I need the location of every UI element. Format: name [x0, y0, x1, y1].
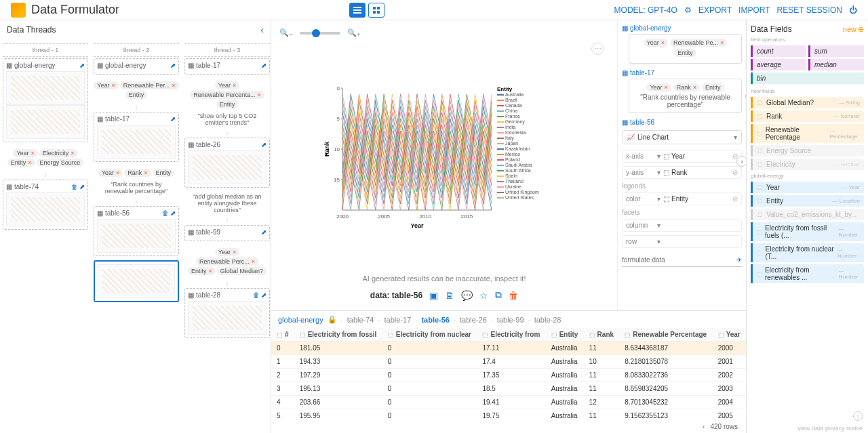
field-chip[interactable]: ⬚Energy Source	[751, 145, 864, 157]
thread-chart-thumb[interactable]	[6, 105, 85, 139]
chip-close-icon[interactable]: ×	[112, 82, 115, 89]
delete-icon[interactable]: 🗑	[253, 291, 260, 299]
table-row[interactable]: 1194.33017.4Australia108.21801350782001	[271, 355, 746, 369]
chip[interactable]: Entity	[702, 83, 724, 91]
chip[interactable]: Global Median?	[217, 267, 267, 275]
grid-view-button[interactable]	[368, 3, 384, 18]
chart-icon[interactable]: ⬈	[170, 115, 176, 123]
power-icon[interactable]: ⏻	[849, 5, 857, 15]
chip-close-icon[interactable]: ×	[661, 39, 665, 46]
delete-icon[interactable]: 🗑	[162, 209, 169, 217]
copy-icon[interactable]: ⧉	[495, 289, 502, 301]
delete-icon[interactable]: 🗑	[509, 290, 518, 301]
thread-card[interactable]: ▦table-17⬈	[94, 112, 179, 162]
mark-select[interactable]: 📈Line Chart ▾	[622, 130, 742, 144]
chart-icon[interactable]: ⬈	[170, 62, 176, 69]
table-tab[interactable]: table-56	[421, 316, 450, 324]
field-chip[interactable]: ⬚Rank— Number	[751, 110, 864, 122]
crumb-label[interactable]: ▦table-17	[622, 69, 742, 77]
table-header[interactable]: ⬚Rank	[584, 328, 620, 342]
encoding-row[interactable]: color▾⬚Entity⊘	[622, 192, 742, 205]
zoom-in-icon[interactable]: 🔍₊	[347, 28, 361, 37]
send-icon[interactable]: ✈	[736, 256, 742, 264]
table-row[interactable]: 0181.05017.11Australia118.63443681872000	[271, 342, 746, 355]
zoom-out-icon[interactable]: 🔍₋	[279, 28, 293, 37]
chip-close-icon[interactable]: ×	[257, 91, 260, 98]
chart-icon[interactable]: ⬈	[261, 291, 267, 299]
more-icon[interactable]: ⋯	[591, 43, 604, 55]
chip[interactable]: Entity	[153, 169, 175, 177]
chip[interactable]: Year×	[98, 169, 123, 177]
zoom-slider[interactable]	[300, 32, 340, 35]
export-link[interactable]: EXPORT	[698, 5, 732, 15]
chip-close-icon[interactable]: ×	[116, 169, 119, 176]
new-field-button[interactable]: new ⊕	[843, 25, 864, 34]
chip[interactable]: Entity×	[7, 159, 35, 167]
thread-card[interactable]: ▦table-99⬈	[184, 225, 270, 241]
table-header[interactable]: ⬚Renewable Percentage	[619, 328, 712, 342]
gear-icon[interactable]: ⚙	[684, 5, 692, 15]
reset-session-link[interactable]: RESET SESSION	[777, 5, 842, 15]
table-row[interactable]: 4203.66019.41Australia128.70130452322004	[271, 396, 746, 409]
prev-page-icon[interactable]: ‹	[703, 423, 705, 430]
chart-icon[interactable]: ⬈	[261, 62, 267, 69]
chip[interactable]: Renewable Per...×	[120, 81, 179, 89]
field-chip[interactable]: ⬚Electricity from nuclear (T...— Number	[751, 243, 864, 262]
table-tab[interactable]: table-99	[497, 316, 524, 324]
chip-close-icon[interactable]: ×	[144, 169, 147, 176]
chip[interactable]: Year×	[215, 248, 239, 256]
chip-close-icon[interactable]: ×	[172, 82, 175, 89]
info-icon[interactable]: i	[853, 411, 863, 421]
field-chip[interactable]: ⬚Value_co2_emissions_kt_by...	[751, 209, 864, 220]
field-chip[interactable]: ⬚Renewable Percentage— Percentage	[751, 124, 864, 143]
chart-icon[interactable]: ⬈	[261, 141, 267, 148]
thread-chart-thumb[interactable]	[188, 301, 267, 335]
encoding-row[interactable]: y-axis▾⬚Rank⊘	[622, 166, 742, 179]
chip-close-icon[interactable]: ×	[209, 268, 212, 274]
table-tab[interactable]: table-74	[347, 316, 374, 324]
thread-card[interactable]: ▦table-26⬈	[184, 138, 270, 188]
chip-close-icon[interactable]: ×	[233, 82, 236, 89]
table-header[interactable]: ⬚Entity	[546, 328, 584, 342]
chart-icon[interactable]: ⬈	[261, 228, 267, 236]
chip-close-icon[interactable]: ×	[693, 84, 696, 91]
operator-chip[interactable]: median	[808, 59, 864, 70]
encoding-row[interactable]: row▾	[622, 235, 742, 248]
privacy-link[interactable]: view data privacy notice	[797, 425, 863, 432]
chip[interactable]: Entity×	[188, 267, 216, 275]
table-row[interactable]: 5195.95019.75Australia119.15623551232005	[271, 409, 746, 421]
crumb-label[interactable]: ▦global-energy	[622, 24, 742, 32]
chip[interactable]: Year×	[646, 83, 671, 91]
thread-chart-thumb[interactable]	[97, 219, 176, 253]
field-chip[interactable]: ⬚Entity— Location	[751, 195, 864, 207]
operator-chip[interactable]: count	[751, 45, 806, 57]
table-header[interactable]: ⬚Electricity from fossil	[294, 328, 382, 342]
table-row[interactable]: 3195.13018.5Australia118.65983242052003	[271, 382, 746, 396]
thread-card[interactable]: ▦table-17⬈	[184, 58, 270, 75]
chip[interactable]: Renewable Percenta...×	[190, 91, 264, 99]
thread-card[interactable]: ▦global-energy⬈	[3, 58, 88, 142]
chip[interactable]: Rank×	[673, 83, 700, 91]
table-header[interactable]: ⬚Electricity from nuclear	[382, 328, 477, 342]
star-icon[interactable]: ☆	[479, 290, 488, 301]
field-chip[interactable]: ⬚Global Median?— String	[751, 97, 864, 108]
chart-icon[interactable]: ⬈	[170, 209, 176, 217]
encoding-row[interactable]: column▾	[622, 219, 742, 232]
field-chip[interactable]: ⬚Electricity— Number	[751, 159, 864, 170]
thread-card[interactable]: ▦table-28🗑⬈	[184, 288, 270, 338]
chip[interactable]: Energy Source	[37, 159, 84, 167]
chart-icon[interactable]: ⬈	[79, 62, 85, 69]
operator-chip[interactable]: sum	[808, 45, 864, 57]
chip-close-icon[interactable]: ×	[233, 249, 236, 255]
table-header[interactable]: ⬚Electricity from	[477, 328, 545, 342]
collapse-threads-icon[interactable]: ‹	[260, 24, 264, 35]
field-chip[interactable]: ⬚Year— Year	[751, 182, 864, 193]
table-tab-root[interactable]: global-energy	[278, 316, 323, 324]
chip[interactable]: Renewable Pe...×	[670, 39, 727, 47]
thread-chart-thumb[interactable]	[6, 192, 85, 226]
table-tab[interactable]: table-28	[534, 316, 561, 324]
thread-chart-thumb[interactable]	[188, 150, 267, 184]
thread-card[interactable]: ▦table-74🗑⬈	[3, 180, 88, 230]
table-header[interactable]: ⬚Year	[713, 328, 746, 342]
chip-close-icon[interactable]: ×	[31, 150, 35, 157]
